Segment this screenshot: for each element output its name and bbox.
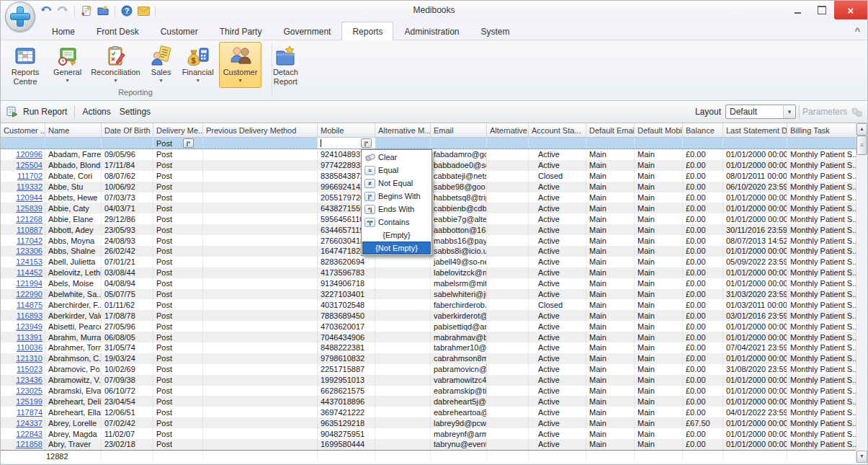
filter-cell-account-sta[interactable] [529,138,586,149]
filter-cell-billing-task[interactable] [787,138,857,149]
column-header-balance[interactable]: Balance [683,123,723,137]
column-header-billing-task[interactable]: Billing Task [787,123,857,137]
ribbon-button-sales[interactable]: Sales▾ [146,42,177,88]
filter-cell-previous-delivery-method[interactable] [203,138,318,149]
ribbon-button-general[interactable]: General▾ [49,42,86,88]
filter-menu-item-ends-with[interactable]: *|Ends With [362,203,431,216]
table-row[interactable]: 123949Abisetti, Pearce27/05/96Post470362… [1,321,857,332]
filter-cell-date-of-birth[interactable] [102,138,153,149]
ribbon-button-detach-report[interactable]: Detach Report [262,42,308,88]
customer-number-link[interactable]: 116893 [17,311,42,320]
tab-administration[interactable]: Administration [393,22,470,40]
customer-number-link[interactable]: 121268 [16,215,42,223]
filter-menu-item-empty[interactable]: {Empty} [362,229,431,242]
column-header-default-email[interactable]: Default Email [586,123,635,137]
column-header-customer[interactable]: Customer ... [1,123,45,137]
table-row[interactable]: 116893Aberkirder, Vale17/08/78Post788368… [1,310,857,321]
table-row[interactable]: 122843Abrey, Magda11/02/07Post9048275951… [1,428,857,439]
table-row[interactable]: 124337Abrey, Lorelle07/02/42Post96351292… [1,417,857,428]
column-header-email[interactable]: Email [431,123,487,137]
table-row[interactable]: 123436Abramowitz, V...07/09/38Post199295… [1,375,857,386]
filter-menu-item-contains[interactable]: *|*Contains [362,216,431,229]
customer-number-link[interactable]: 124337 [16,419,42,428]
customer-number-link[interactable]: 125504 [16,161,42,169]
table-row[interactable]: 121994Abels, Moise04/08/94Post9134906718… [1,278,857,289]
table-row[interactable]: 121858Abry, Traver23/02/18Post1699580444… [1,439,857,450]
customer-number-link[interactable]: 121994 [16,279,42,288]
filter-cell-delivery-me[interactable]: Post|* [153,138,203,149]
customer-number-link[interactable]: 121858 [16,440,42,448]
layout-dropdown[interactable]: Default ▾ [725,105,796,119]
filter-cell-default-email[interactable] [586,138,635,149]
column-header-account-sta[interactable]: Account Sta... [529,123,586,137]
table-row[interactable]: 115023Abramovic, Po...10/02/69Post225171… [1,364,857,375]
tab-government[interactable]: Government [272,22,341,40]
customer-number-link[interactable]: 110887 [17,226,42,234]
column-header-delivery-me[interactable]: Delivery Me... [153,123,203,137]
scrollbar-thumb[interactable]: ≡ [856,136,867,155]
customer-number-link[interactable]: 123025 [16,386,42,395]
scroll-down-button[interactable]: ▼ [856,451,867,463]
minimize-button[interactable] [785,2,810,18]
customer-number-link[interactable]: 125839 [16,204,42,213]
column-header-mobile[interactable]: Mobile [318,123,375,137]
ribbon-button-reports-centre[interactable]: Reports Centre [2,42,48,88]
filter-cell-mobile[interactable]: |* [318,138,375,149]
customer-number-link[interactable]: 120996 [16,150,42,159]
chevron-down-icon[interactable]: ▾ [783,105,795,118]
filter-menu-item-not-equal[interactable]: ≠Not Equal [362,177,431,190]
customer-number-link[interactable]: 115023 [17,365,42,373]
column-header-alternative[interactable]: Alternative... [487,123,529,137]
table-row[interactable]: 125199Abreheart, Deli...23/04/54Post4437… [1,396,857,407]
maximize-button[interactable] [810,2,834,18]
table-row[interactable]: 110036Abrahmer, Torry31/05/74Post8488222… [1,342,857,353]
table-row[interactable]: 122990Abelwhite, Sa...05/07/75Post322710… [1,289,857,300]
column-header-alternative-m[interactable]: Alternative M... [375,123,431,137]
customer-number-link[interactable]: 123949 [16,322,42,331]
tab-customer[interactable]: Customer [150,22,209,40]
customer-number-link[interactable]: 123436 [16,376,42,384]
filter-cell-default-mobile[interactable] [635,138,683,149]
filter-condition-button[interactable]: |* [183,138,194,148]
column-header-previous-delivery-method[interactable]: Previous Delivery Method [203,123,318,137]
filter-cell-customer[interactable] [1,138,45,149]
customer-number-link[interactable]: 120944 [16,193,42,202]
customer-number-link[interactable]: 119332 [17,182,42,191]
close-button[interactable]: × [834,1,867,19]
customer-number-link[interactable]: 111702 [17,172,42,180]
customer-number-link[interactable]: 121310 [16,354,42,363]
filter-cell-last-statement-d[interactable] [723,138,787,149]
tab-front-desk[interactable]: Front Desk [86,22,150,40]
filter-cell-email[interactable] [431,138,487,149]
ribbon-button-financial[interactable]: $Financial▾ [178,42,218,88]
scroll-up-button[interactable]: ▲ [856,123,867,136]
customer-number-link[interactable]: 110036 [17,343,42,352]
app-logo-button[interactable] [5,1,35,32]
customer-number-link[interactable]: 123306 [16,247,42,255]
customer-number-link[interactable]: 114452 [17,268,42,277]
filter-cell-alternative-m[interactable] [375,138,431,149]
filter-menu-item-not-empty[interactable]: {Not Empty} [362,242,431,254]
table-row[interactable]: 121310Abrahmson, C...19/03/24Post9798610… [1,353,857,364]
ribbon-button-customer[interactable]: Customer▾ [219,42,262,88]
customer-number-link[interactable]: 114875 [17,301,42,309]
actions-menu[interactable]: Actions [78,107,115,117]
tab-system[interactable]: System [470,22,521,40]
table-row[interactable]: 114452Abelovitz, Lethia03/08/44Post41735… [1,267,857,278]
filter-cell-balance[interactable] [683,138,723,149]
table-row[interactable]: 114875Aberchirder, F...01/11/62Post40317… [1,299,857,310]
customer-number-link[interactable]: 117874 [17,408,42,417]
filter-condition-button[interactable]: |* [361,138,372,148]
ribbon-button-reconciliation[interactable]: Reconciliation▾ [86,42,144,88]
customer-number-link[interactable]: 122843 [16,430,42,438]
collapse-ribbon-icon[interactable]: ^ [854,25,860,36]
customer-number-link[interactable]: 122990 [16,290,42,298]
settings-menu[interactable]: Settings [115,107,155,117]
customer-number-link[interactable]: 125199 [16,397,42,406]
tab-home[interactable]: Home [41,22,86,40]
filter-menu-item-clear[interactable]: Clear [362,151,431,164]
tab-third-party[interactable]: Third Party [209,22,273,40]
table-row[interactable]: 124153Abell, Julietta07/01/21Post8283620… [1,257,857,267]
run-report-button[interactable]: Run Report [19,107,71,117]
filter-cell-alternative[interactable] [487,138,529,149]
